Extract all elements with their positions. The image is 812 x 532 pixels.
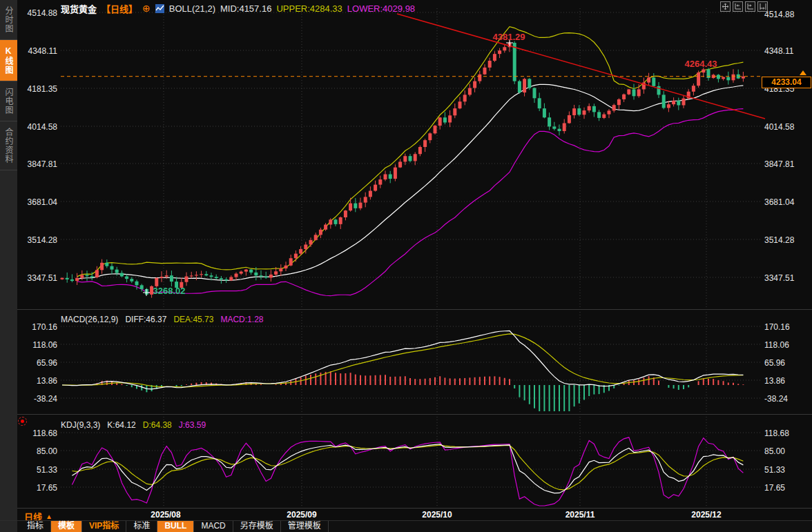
xaxis-month-label: 2025/12	[682, 510, 731, 520]
boll-mid-value: MID:4157.16	[220, 3, 271, 14]
tab-macd[interactable]: MACD	[194, 521, 233, 532]
chart-canvas[interactable]	[17, 0, 812, 532]
price-axis-label: 4348.11	[764, 46, 810, 56]
tab-manage-template[interactable]: 管理模板	[281, 521, 329, 532]
macd-axis-label: 170.16	[19, 322, 57, 332]
macd-axis-label: -38.24	[764, 394, 810, 404]
price-axis-label: 4514.88	[19, 8, 57, 18]
boll-lower-value: LOWER:4029.98	[347, 3, 415, 14]
expand-chart-icon[interactable]	[745, 1, 755, 12]
tab-vip-indicators[interactable]: VIP指标	[82, 521, 126, 532]
up-triangle-icon: ▲	[46, 513, 52, 520]
bottom-tab-bar: 指标 模板 VIP指标 标准 BULL MACD 另存模板 管理模板	[0, 520, 812, 532]
high-price-label: 4381.29	[481, 32, 536, 42]
macd-macd-value: MACD:1.28	[220, 315, 263, 324]
swing-high-label: 4264.43	[673, 59, 728, 69]
tab-standard[interactable]: 标准	[126, 521, 157, 532]
tab-save-template[interactable]: 另存模板	[233, 521, 281, 532]
xaxis-month-label: 2025/08	[142, 510, 190, 520]
sidebar-tab-kline[interactable]: K线图	[0, 40, 17, 81]
macd-axis-label: 13.86	[19, 376, 57, 386]
boll-upper-value: UPPER:4284.33	[276, 3, 342, 14]
sidebar-tab-timeline[interactable]: 分时图	[0, 0, 17, 40]
price-axis-label: 4514.88	[764, 10, 810, 19]
low-price-label: 3268.02	[142, 286, 197, 296]
chart-header: 现货黄金 【日线】 ⊕ BOLL(21,2) MID:4157.16 UPPER…	[61, 2, 415, 15]
price-axis-label: 4181.35	[19, 84, 57, 94]
macd-axis-label: 118.06	[19, 340, 57, 350]
xaxis-month-label: 2025/11	[556, 510, 604, 520]
xaxis-month-label: 2025/09	[278, 510, 326, 520]
tab-indicators[interactable]: 指标	[20, 521, 51, 532]
period-badge[interactable]: 【日线】	[102, 2, 137, 15]
add-indicator-icon[interactable]: ⊕	[142, 4, 151, 13]
bottombar-corner	[0, 521, 17, 532]
macd-diff-value: DIFF:46.37	[125, 315, 166, 324]
price-axis-label: 4014.58	[19, 122, 57, 132]
kdj-axis-label: 17.65	[19, 483, 57, 493]
boll-name: BOLL(21,2)	[169, 3, 215, 14]
kdj-axis-label: 17.65	[764, 483, 810, 493]
macd-axis-label: 170.16	[764, 322, 810, 332]
kdj-header: KDJ(9,3,3) K:64.12 D:64.38 J:63.59	[61, 420, 206, 430]
shift-chart-icon[interactable]	[757, 1, 768, 12]
macd-axis-label: 13.86	[764, 376, 810, 386]
chart-region: 现货黄金 【日线】 ⊕ BOLL(21,2) MID:4157.16 UPPER…	[17, 0, 812, 532]
price-axis-label: 3347.51	[19, 273, 57, 283]
kdj-name: KDJ(9,3,3)	[61, 420, 100, 430]
kdj-j-value: J:63.59	[179, 420, 206, 430]
symbol-name: 现货黄金	[61, 2, 97, 15]
macd-axis-label: 65.96	[19, 358, 57, 368]
macd-dea-value: DEA:45.73	[173, 315, 213, 324]
price-axis-label: 3514.28	[19, 235, 57, 245]
price-axis-label: 3347.51	[764, 273, 810, 283]
move-chart-icon[interactable]	[720, 1, 731, 12]
compress-chart-icon[interactable]	[733, 1, 743, 12]
macd-axis-label: 118.06	[764, 340, 810, 350]
chart-type-icon[interactable]	[155, 4, 164, 13]
kdj-axis-label: 118.68	[19, 428, 57, 438]
macd-axis-label: 65.96	[764, 358, 810, 368]
last-price-tag: 4233.04	[762, 77, 811, 88]
price-axis-label: 4014.58	[764, 122, 810, 132]
tab-templates[interactable]: 模板	[51, 521, 82, 532]
price-axis-label: 3681.04	[19, 197, 57, 207]
price-axis-label: 3514.28	[764, 235, 810, 245]
kdj-axis-label: 85.00	[764, 446, 810, 456]
trading-app: { "sidebar": { "tabs": [ {"label": "分时图"…	[0, 0, 812, 532]
kdj-k-value: K:64.12	[107, 420, 135, 430]
kdj-axis-label: 51.33	[19, 465, 57, 475]
macd-axis-label: -38.24	[19, 394, 57, 404]
chart-toolbar	[720, 1, 768, 12]
tab-bull[interactable]: BULL	[157, 521, 194, 532]
sidebar-tab-contract-info[interactable]: 合约资料	[0, 121, 17, 170]
kdj-axis-label: 51.33	[764, 465, 810, 475]
kdj-axis-label: 85.00	[19, 446, 57, 456]
macd-header: MACD(26,12,9) DIFF:46.37 DEA:45.73 MACD:…	[61, 315, 263, 324]
price-axis-label: 3847.81	[19, 159, 57, 169]
price-axis-label: 3681.04	[764, 197, 810, 207]
macd-name: MACD(26,12,9)	[61, 315, 118, 324]
xaxis-month-label: 2025/10	[413, 510, 461, 520]
kdj-d-value: D:64.38	[143, 420, 172, 430]
price-axis-label: 4348.11	[19, 46, 57, 56]
price-axis-label: 3847.81	[764, 159, 810, 169]
sidebar-tab-flash[interactable]: 闪电图	[0, 81, 17, 121]
left-sidebar: 分时图 K线图 闪电图 合约资料	[0, 0, 17, 521]
price-arrow-icon	[800, 70, 806, 75]
kdj-axis-label: 118.68	[764, 428, 810, 438]
alert-dot-icon[interactable]	[18, 417, 27, 426]
